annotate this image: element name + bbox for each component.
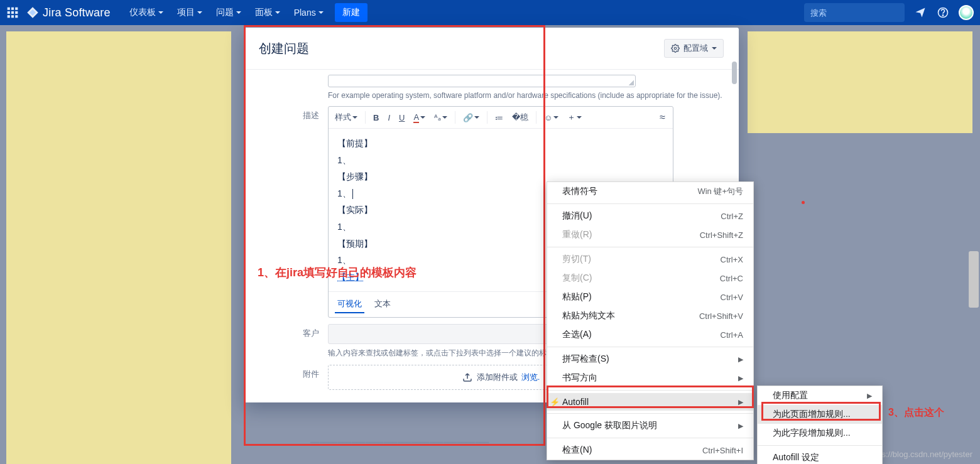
ctx-item[interactable]: 撤消(U)Ctrl+Z [547, 207, 753, 225]
nav-plans[interactable]: Plans [288, 3, 330, 22]
ctx-item[interactable]: 全选(A)Ctrl+A [547, 325, 753, 344]
label-customer: 客户 [259, 324, 328, 339]
footer-text: ━━━━━━━━━━━━━━━━━━━━━━━━━━━━━━━━━━━━━━━ [310, 438, 489, 447]
tb-ul[interactable]: ≔ [491, 111, 507, 125]
svg-rect-4 [11, 11, 14, 14]
ctx-item[interactable]: 从 Google 获取图片说明▶ [547, 416, 753, 435]
svg-rect-6 [8, 15, 10, 18]
ctx-item: 复制(C)Ctrl+C [547, 269, 753, 288]
modal-scrollbar[interactable] [732, 62, 737, 84]
browse-link[interactable]: 浏览. [521, 372, 540, 383]
nav-items: 仪表板 项目 问题 面板 Plans [123, 3, 330, 22]
search-input[interactable] [810, 8, 916, 18]
label-attachment: 附件 [259, 365, 328, 380]
ctx-item[interactable]: 表情符号Win 键+句号 [547, 182, 753, 201]
annotation-text-1: 1、在jira填写好自己的模板内容 [258, 265, 416, 280]
bg-panel-right [748, 31, 972, 133]
tb-style[interactable]: 样式 [331, 109, 361, 126]
tb-more-format[interactable]: ᴬₐ [430, 111, 451, 125]
context-menu-autofill[interactable]: 使用配置▶为此页面增加规则...为此字段增加规则...Autofill 设定 [757, 386, 883, 464]
tb-italic[interactable]: I [384, 111, 394, 125]
ctx-item[interactable]: 拼写检查(S)▶ [547, 350, 753, 369]
svg-point-13 [674, 47, 677, 50]
ctx-item[interactable]: ⚡Autofill▶ [547, 393, 753, 411]
svg-rect-7 [11, 15, 14, 18]
nav-dashboards[interactable]: 仪表板 [123, 3, 170, 22]
context-menu-main[interactable]: 表情符号Win 键+句号撤消(U)Ctrl+Z重做(R)Ctrl+Shift+Z… [547, 181, 754, 460]
tb-underline[interactable]: U [395, 111, 408, 125]
top-nav: Jira Software 仪表板 项目 问题 面板 Plans 新建 [0, 0, 980, 25]
ctx-item: 剪切(T)Ctrl+X [547, 250, 753, 269]
ctx-item[interactable]: Autofill 设定 [758, 448, 882, 464]
nav-projects[interactable]: 项目 [171, 3, 209, 22]
svg-rect-1 [11, 8, 14, 10]
upload-icon [462, 372, 473, 383]
tb-collapse-icon[interactable]: ≈ [655, 109, 670, 126]
configure-fields-button[interactable]: 配置域 [664, 39, 724, 58]
ctx-item[interactable]: 检查(N)Ctrl+Shift+I [547, 441, 753, 460]
editor-toolbar: 样式 B I U A ᴬₐ 🔗 ≔ �檍 ☺ ＋ [329, 107, 673, 129]
environment-help: For example operating system, software p… [328, 91, 724, 100]
svg-rect-8 [15, 15, 18, 18]
tb-ol[interactable]: �檍 [508, 109, 532, 126]
svg-point-12 [942, 15, 943, 16]
tb-bold[interactable]: B [369, 111, 383, 125]
notification-icon[interactable] [913, 6, 927, 19]
ctx-item[interactable]: 粘贴(P)Ctrl+V [547, 288, 753, 306]
modal-title: 创建问题 [259, 40, 309, 57]
gear-icon [671, 44, 680, 53]
user-avatar[interactable] [959, 5, 974, 20]
label-description: 描述 [259, 106, 328, 121]
svg-rect-3 [8, 11, 10, 14]
svg-rect-5 [15, 11, 18, 14]
ctx-item: 重做(R)Ctrl+Shift+Z [547, 225, 753, 244]
annotation-text-3: 3、点击这个 [888, 406, 944, 419]
page-scrollbar[interactable] [969, 251, 979, 308]
search-box[interactable] [804, 3, 905, 22]
app-switcher-icon[interactable] [6, 6, 19, 19]
svg-rect-0 [8, 8, 10, 10]
bg-panel-left [6, 31, 231, 464]
tab-text[interactable]: 文本 [372, 296, 393, 313]
ctx-item[interactable]: 为此页面增加规则... [758, 405, 882, 424]
svg-rect-2 [15, 8, 18, 10]
tb-color[interactable]: A [410, 110, 429, 126]
ctx-item[interactable]: 粘贴为纯文本Ctrl+Shift+V [547, 306, 753, 325]
tb-link[interactable]: 🔗 [459, 111, 483, 125]
create-button[interactable]: 新建 [335, 3, 368, 22]
tb-insert[interactable]: ＋ [564, 109, 585, 126]
nav-boards[interactable]: 面板 [249, 3, 286, 22]
tb-emoji[interactable]: ☺ [540, 111, 562, 125]
ctx-item[interactable]: 书写方向▶ [547, 369, 753, 387]
logo-text: Jira Software [43, 6, 111, 19]
ctx-item[interactable]: 为此字段增加规则... [758, 424, 882, 443]
annotation-dot [802, 201, 805, 204]
help-icon[interactable] [936, 6, 950, 19]
tab-visual[interactable]: 可视化 [335, 296, 364, 313]
jira-logo[interactable]: Jira Software [26, 6, 111, 19]
environment-field[interactable] [328, 75, 636, 87]
watermark: https://blog.csdn.net/pytester [868, 450, 972, 459]
ctx-item[interactable]: 使用配置▶ [758, 386, 882, 405]
nav-issues[interactable]: 问题 [210, 3, 248, 22]
